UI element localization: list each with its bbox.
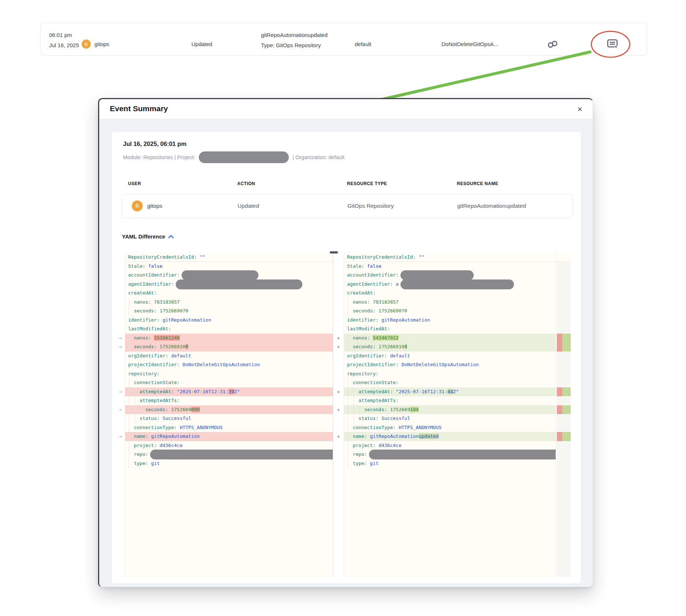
pane-resize-handle[interactable] <box>330 251 338 253</box>
removed-line-marker: − <box>116 432 125 441</box>
diff-line-right-12: orgIdentifier: default <box>344 352 556 361</box>
indent-guide <box>348 334 348 352</box>
diff-line-right-19: status: Successful <box>344 414 556 423</box>
yaml-diff-viewer: −−−−− RepositoryCredentialsId: ""Stale: … <box>116 253 571 577</box>
close-icon[interactable]: ✕ <box>575 105 585 114</box>
diff-line-right-11: seconds: 1752669104 <box>344 342 556 352</box>
redacted-value <box>369 450 556 459</box>
diff-line-left-12: orgIdentifier: default <box>125 352 333 361</box>
minimap-removed-mark <box>557 432 562 441</box>
indent-guide <box>129 334 129 352</box>
diff-line-left-15: connectionState: <box>125 378 333 387</box>
redacted-project-value <box>199 151 289 163</box>
col-header-user: USER <box>128 181 141 186</box>
diff-line-left-17: attemptedAtTs: <box>125 396 333 405</box>
diff-line-left-13: projectIdentifier: DoNotDeleteGitOpsAuto… <box>125 360 333 369</box>
diff-line-right-5: createdAt: <box>344 289 556 298</box>
removed-line-marker: − <box>116 387 125 397</box>
indent-guide <box>141 405 141 414</box>
diff-line-left-7: seconds: 1752669070 <box>125 307 333 316</box>
diff-line-left-14: repository: <box>125 369 333 379</box>
minimap-added-mark <box>562 334 571 352</box>
annotation-red-circle <box>591 31 630 58</box>
diff-line-right-3: accountIdentifier: <box>344 271 556 280</box>
indent-guide <box>348 298 348 316</box>
event-date: Jul 16, 2025 <box>49 42 79 48</box>
diff-line-right-17: attemptedAtTs: <box>344 396 556 405</box>
modal-header: Event Summary ✕ <box>99 99 593 119</box>
indent-guide <box>129 298 129 316</box>
indent-guide <box>129 378 129 468</box>
col-header-resource-type: RESOURCE TYPE <box>347 181 387 186</box>
removed-line-marker: − <box>116 405 125 414</box>
organization-label: default <box>355 41 371 47</box>
diff-line-right-16: attemptedAt: "2025-07-16T12:31:44Z" <box>344 387 556 397</box>
diff-line-left-22: project: d436c4ce <box>125 441 333 450</box>
diff-line-right-7: seconds: 1752669070 <box>344 307 556 316</box>
diff-line-right-10: nanos: 543467022 <box>344 334 556 343</box>
modal-title: Event Summary <box>110 104 168 113</box>
event-card: Jul 16, 2025, 06:01 pm Module: Repositor… <box>111 131 581 584</box>
diff-line-left-1: RepositoryCredentialsId: "" <box>125 253 333 262</box>
minimap-removed-mark <box>557 387 562 397</box>
diff-line-right-9: lastModifiedAt: <box>344 324 556 334</box>
redacted-value <box>182 270 258 280</box>
diff-line-right-14: repository: <box>344 369 556 379</box>
chevron-up-icon <box>168 234 174 239</box>
action-label: Updated <box>191 41 212 47</box>
yaml-difference-toggle[interactable]: YAML Difference <box>122 233 174 240</box>
audit-log-row[interactable]: 06:01 pm Jul 16, 2025 G gitops Updated g… <box>40 23 647 56</box>
diff-line-left-3: accountIdentifier: <box>125 271 333 280</box>
diff-line-left-5: createdAt: <box>125 289 333 298</box>
diff-pane-left[interactable]: RepositoryCredentialsId: ""Stale: falsea… <box>125 253 333 577</box>
diff-line-right-24: type: git <box>344 459 556 468</box>
removed-line-marker: − <box>116 334 125 343</box>
redacted-value <box>176 279 302 289</box>
avatar-initial: G <box>135 203 139 209</box>
event-summary-modal: Event Summary ✕ Jul 16, 2025, 06:01 pm M… <box>98 98 593 587</box>
diff-line-left-11: seconds: 1752669100 <box>125 342 333 352</box>
diff-line-left-4: agentIdentifier: <box>125 280 333 289</box>
diff-line-right-21: name: gitRepoAutomationupdated <box>344 432 556 441</box>
diff-gutter-left: −−−−− <box>116 253 125 577</box>
link-icon[interactable] <box>547 40 559 49</box>
diff-minimap[interactable] <box>557 253 571 577</box>
diff-pane-right[interactable]: RepositoryCredentialsId: ""Stale: falsea… <box>344 253 556 577</box>
diff-line-right-8: identifier: gitRepoAutomation <box>344 316 556 325</box>
added-line-marker: + <box>333 432 344 441</box>
minimap-removed-mark <box>557 334 562 352</box>
diff-line-left-19: status: Successful <box>125 414 333 423</box>
project-label: DoNotDeleteGitOpsA... <box>441 41 498 47</box>
diff-line-right-18: seconds: 1752669104 <box>344 405 556 414</box>
diff-gutter-right: +++++ <box>333 253 344 577</box>
diff-line-right-6: nanos: 783183857 <box>344 298 556 307</box>
diff-line-left-10: nanos: 152661248 <box>125 334 333 343</box>
diff-line-left-24: type: git <box>125 459 333 468</box>
diff-line-left-18: seconds: 1752669099 <box>125 405 333 414</box>
user-avatar: G <box>82 40 91 49</box>
diff-line-right-2: Stale: false <box>344 262 556 271</box>
col-header-resource-name: RESOURCE NAME <box>457 181 498 186</box>
diff-line-right-4: agentIdentifier: a <box>344 280 556 289</box>
col-header-action: ACTION <box>237 181 255 186</box>
indent-guide <box>354 387 354 423</box>
diff-line-left-23: repo: <box>125 450 333 459</box>
added-line-marker: + <box>333 387 344 397</box>
avatar-initial: G <box>85 42 88 46</box>
resource-link[interactable]: gitRepoAutomationupdated <box>261 32 328 38</box>
diff-line-left-8: identifier: gitRepoAutomation <box>125 316 333 325</box>
row-resource-type: GitOps Repository <box>347 203 394 209</box>
indent-guide <box>348 378 348 468</box>
event-meta: Module: Repositories | Project: | Organi… <box>123 151 344 164</box>
modal-body: Jul 16, 2025, 06:01 pm Module: Repositor… <box>99 119 593 587</box>
removed-line-marker: − <box>116 342 125 352</box>
event-meta-organization: | Organization: default <box>292 154 344 160</box>
event-meta-module: Module: Repositories | Project: <box>123 154 195 160</box>
diff-line-left-16: attemptedAt: "2025-07-16T12:31:39Z" <box>125 387 333 397</box>
diff-line-right-23: repo: <box>344 450 556 459</box>
diff-line-left-9: lastModifiedAt: <box>125 324 333 334</box>
diff-line-right-1: RepositoryCredentialsId: "" <box>344 253 556 262</box>
diff-line-left-20: connectionType: HTTPS_ANONYMOUS <box>125 423 333 432</box>
minimap-added-mark <box>562 387 571 397</box>
diff-line-left-21: name: gitRepoAutomation <box>125 432 333 441</box>
